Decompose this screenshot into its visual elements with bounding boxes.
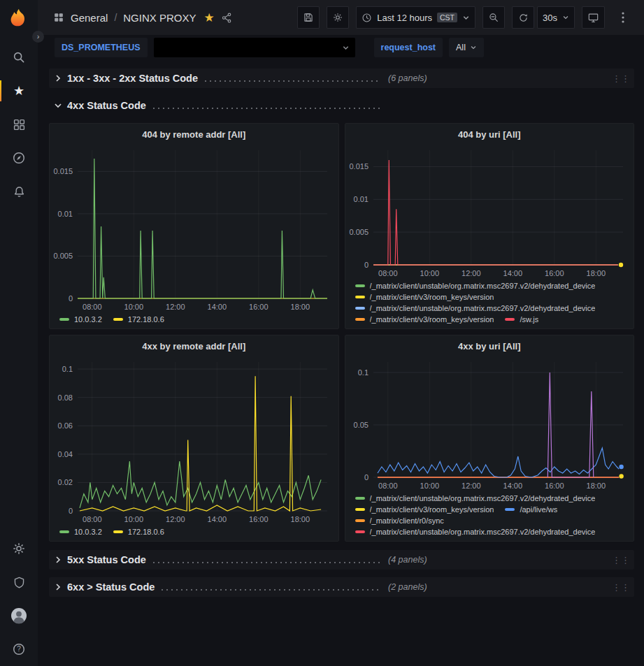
refresh-button[interactable]: [512, 6, 534, 29]
chevron-down-icon: [55, 102, 62, 109]
star-icon: ★: [13, 85, 24, 97]
legend-item[interactable]: /_matrix/client/unstable/org.matrix.msc2…: [355, 282, 596, 290]
request-host-value: All: [456, 43, 466, 52]
sidebar-item-starred[interactable]: ★: [0, 74, 38, 108]
svg-text:18:00: 18:00: [291, 515, 310, 523]
time-range-label: Last 12 hours: [377, 13, 432, 23]
legend-color-marker: [505, 318, 515, 321]
svg-text:10:00: 10:00: [420, 482, 439, 490]
row-5xx[interactable]: 5xx Status Code (4 panels) ⋮⋮: [49, 550, 634, 570]
sidebar-item-help[interactable]: ?: [0, 632, 38, 666]
drag-handle-icon[interactable]: ⋮⋮: [612, 555, 630, 565]
legend-item[interactable]: /_matrix/client/v3/room_keys/version: [355, 293, 494, 301]
legend-color-marker: [355, 519, 365, 522]
request-host-value-select[interactable]: All: [449, 38, 484, 57]
sidebar: ★ ?: [0, 0, 38, 666]
svg-text:0.01: 0.01: [58, 210, 73, 218]
breadcrumb-section[interactable]: General: [71, 12, 108, 24]
dashboards-grid-icon: [13, 118, 26, 131]
top-navbar: General / NGINX PROXY ★ Last 12 hours CS…: [38, 0, 644, 35]
legend-item[interactable]: /api/live/ws: [505, 505, 557, 514]
refresh-interval-dropdown[interactable]: 30s: [537, 6, 575, 29]
grafana-logo[interactable]: [6, 6, 31, 31]
grafana-flame-icon: [8, 8, 29, 29]
breadcrumb-dashboard-title[interactable]: NGINX PROXY: [123, 12, 196, 24]
dotted-leader: [205, 80, 381, 82]
legend-item[interactable]: 172.18.0.6: [113, 528, 164, 536]
legend-item[interactable]: /_matrix/client/unstable/org.matrix.msc2…: [355, 304, 596, 312]
legend-item[interactable]: /_matrix/client/r0/sync: [355, 516, 444, 525]
panel-title[interactable]: 404 by uri [All]: [345, 124, 634, 145]
sidebar-item-server-admin[interactable]: [0, 565, 38, 599]
legend-label: /_matrix/client/unstable/org.matrix.msc2…: [370, 494, 596, 502]
row-panel-count: (4 panels): [388, 555, 427, 565]
more-menu-button[interactable]: [612, 6, 634, 29]
legend-item[interactable]: 172.18.0.6: [113, 315, 164, 324]
svg-text:0: 0: [364, 261, 368, 269]
panel-title[interactable]: 4xx by uri [All]: [345, 335, 634, 356]
svg-text:0: 0: [364, 473, 368, 482]
sidebar-item-alerting[interactable]: [0, 175, 38, 208]
search-icon: [12, 50, 26, 64]
svg-text:08:00: 08:00: [83, 303, 102, 311]
share-icon[interactable]: [221, 12, 233, 24]
svg-text:?: ?: [17, 645, 21, 653]
legend-color-marker: [355, 530, 365, 533]
panel-legend: /_matrix/client/unstable/org.matrix.msc2…: [345, 493, 634, 541]
legend-item[interactable]: /_matrix/client/unstable/org.matrix.msc2…: [355, 528, 596, 536]
dotted-leader: [153, 108, 381, 109]
datasource-value-select[interactable]: [154, 38, 355, 57]
sidebar-expand-toggle[interactable]: ›: [32, 31, 44, 43]
drag-handle-icon[interactable]: ⋮⋮: [612, 73, 630, 84]
panel-title[interactable]: 4xx by remote addr [All]: [50, 335, 338, 356]
panel-4xx-by-remote-addr: 4xx by remote addr [All] 00.020.040.060.…: [49, 335, 339, 542]
zoom-out-button[interactable]: [482, 6, 505, 29]
panel-4xx-by-uri: 4xx by uri [All] 00.050.108:0010:0012:00…: [345, 335, 635, 542]
svg-text:0: 0: [69, 507, 73, 515]
breadcrumb: General / NGINX PROXY ★: [53, 12, 233, 24]
row-title: 5xx Status Code: [67, 554, 146, 565]
sidebar-nav-top: ★: [0, 41, 38, 208]
sidebar-item-configuration[interactable]: [0, 532, 38, 565]
legend-color-marker: [355, 318, 365, 321]
svg-text:18:00: 18:00: [586, 482, 606, 490]
svg-text:16:00: 16:00: [545, 269, 564, 277]
sidebar-item-search[interactable]: [0, 41, 38, 74]
legend-item[interactable]: /sw.js: [505, 315, 538, 324]
save-dashboard-button[interactable]: [297, 6, 320, 29]
row-6xx[interactable]: 6xx > Status Code (2 panels) ⋮⋮: [49, 577, 634, 597]
svg-text:16:00: 16:00: [249, 515, 269, 523]
svg-text:0.005: 0.005: [349, 228, 368, 236]
row-title: 6xx > Status Code: [67, 581, 155, 593]
svg-text:0.1: 0.1: [62, 365, 73, 373]
sidebar-item-dashboards[interactable]: [0, 108, 38, 141]
legend-item[interactable]: 10.0.3.2: [59, 315, 102, 324]
legend-item[interactable]: 10.0.3.2: [59, 528, 102, 536]
drag-handle-icon[interactable]: ⋮⋮: [612, 582, 630, 593]
svg-text:16:00: 16:00: [545, 482, 564, 490]
time-series-chart: 00.0050.010.01508:0010:0012:0014:0016:00…: [50, 145, 338, 314]
legend-label: 172.18.0.6: [128, 315, 164, 324]
legend-item[interactable]: /_matrix/client/unstable/org.matrix.msc2…: [355, 494, 596, 502]
sidebar-item-explore[interactable]: [0, 141, 38, 175]
legend-item[interactable]: /_matrix/client/v3/room_keys/version: [355, 505, 494, 514]
favorite-star-icon[interactable]: ★: [203, 12, 214, 24]
legend-color-marker: [505, 508, 515, 511]
legend-label: /_matrix/client/v3/room_keys/version: [370, 315, 494, 324]
panel-title[interactable]: 404 by remote addr [All]: [50, 124, 338, 145]
tv-mode-button[interactable]: [582, 6, 605, 29]
time-range-picker[interactable]: Last 12 hours CST: [356, 6, 475, 29]
row-4xx[interactable]: 4xx Status Code: [49, 96, 634, 115]
legend-color-marker: [113, 530, 123, 533]
legend-item[interactable]: /_matrix/client/v3/room_keys/version: [355, 315, 494, 324]
dashboard-settings-button[interactable]: [327, 6, 349, 29]
legend-label: /api/live/ws: [520, 505, 557, 514]
kebab-menu-icon: [622, 12, 624, 23]
legend-label: 172.18.0.6: [128, 528, 164, 536]
row-1xx-3xx-2xx[interactable]: 1xx - 3xx - 2xx Status Code (6 panels) ⋮…: [49, 68, 634, 88]
toolbar: Last 12 hours CST 30s: [297, 6, 634, 29]
legend-color-marker: [355, 284, 365, 287]
dotted-leader: [162, 589, 381, 591]
svg-text:0.05: 0.05: [353, 421, 368, 429]
sidebar-item-profile[interactable]: [0, 599, 38, 632]
